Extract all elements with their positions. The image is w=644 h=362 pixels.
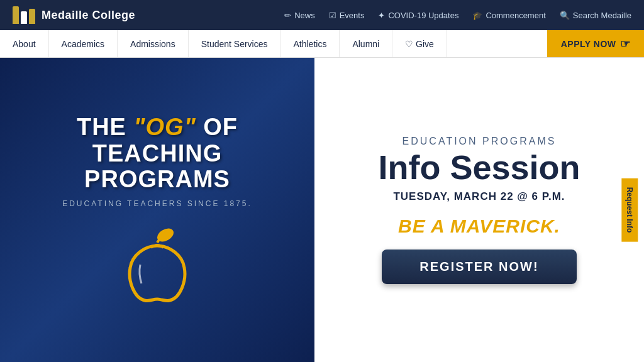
logo-icon [13, 6, 35, 24]
nav-student-services[interactable]: Student Services [189, 30, 281, 57]
left-panel: THE "OG" OF TEACHING PROGRAMS EDUCATING … [0, 58, 314, 362]
top-links: ✏ News ☑ Events ✦ COVID-19 Updates 🎓 Com… [284, 11, 631, 20]
nav-give[interactable]: ♡ Give [392, 30, 447, 57]
nav-news-link[interactable]: ✏ News [284, 11, 315, 20]
nav-events-link[interactable]: ☑ Events [329, 11, 365, 20]
maverick-tagline: BE A MAVERICK. [398, 216, 560, 237]
logo-text: Medaille College [42, 9, 135, 22]
apple-illustration [116, 224, 198, 305]
register-now-button[interactable]: REGISTER NOW! [382, 250, 576, 284]
right-panel: EDUCATION PROGRAMS Info Session TUESDAY,… [314, 58, 644, 362]
top-bar: Medaille College ✏ News ☑ Events ✦ COVID… [0, 0, 644, 30]
nav-admissions[interactable]: Admissions [118, 30, 189, 57]
svg-point-0 [157, 228, 174, 243]
nav-events-label: Events [340, 11, 365, 20]
subheadline-text: EDUCATING TEACHERS SINCE 1875. [62, 199, 252, 208]
nav-covid-label: COVID-19 Updates [388, 11, 458, 20]
nav-about[interactable]: About [0, 30, 49, 57]
nav-commencement-label: Commencement [486, 11, 545, 20]
event-date: TUESDAY, MARCH 22 @ 6 P.M. [393, 190, 565, 203]
nav-bar: About Academics Admissions Student Servi… [0, 30, 644, 58]
nav-search-link[interactable]: 🔍 Search Medaille [560, 11, 631, 20]
apply-hand-icon: ☞ [620, 37, 631, 51]
edu-programs-label: EDUCATION PROGRAMS [402, 136, 557, 147]
nav-alumni[interactable]: Alumni [340, 30, 392, 57]
request-info-tab[interactable]: Request Info [622, 178, 638, 242]
logo-area: Medaille College [13, 6, 135, 24]
headline-text: THE "OG" OF TEACHING PROGRAMS [25, 114, 289, 193]
nav-news-label: News [294, 11, 315, 20]
og-text: "OG" [134, 114, 196, 140]
news-icon: ✏ [284, 11, 291, 20]
nav-academics[interactable]: Academics [49, 30, 118, 57]
commencement-icon: 🎓 [472, 11, 482, 20]
nav-commencement-link[interactable]: 🎓 Commencement [472, 11, 545, 20]
info-session-title: Info Session [378, 150, 580, 185]
teaching-programs-text: TEACHING PROGRAMS [84, 140, 230, 193]
covid-icon: ✦ [378, 11, 385, 20]
nav-search-label: Search Medaille [573, 11, 631, 20]
events-icon: ☑ [329, 11, 336, 20]
nav-covid-link[interactable]: ✦ COVID-19 Updates [378, 11, 458, 20]
nav-athletics[interactable]: Athletics [281, 30, 340, 57]
search-icon: 🔍 [560, 11, 570, 20]
apply-now-button[interactable]: APPLY NOW ☞ [547, 30, 644, 57]
main-content: THE "OG" OF TEACHING PROGRAMS EDUCATING … [0, 58, 644, 362]
